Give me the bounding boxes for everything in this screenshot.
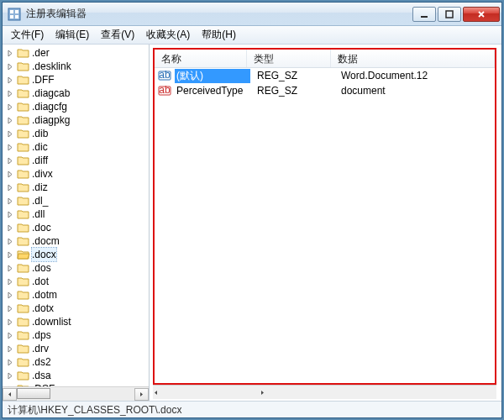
tree-item-label: .doc — [32, 221, 51, 234]
expand-icon[interactable] — [6, 116, 15, 125]
status-path: 计算机\HKEY_CLASSES_ROOT\.docx — [8, 404, 181, 416]
expand-icon[interactable] — [6, 183, 15, 192]
tree-item[interactable]: .diagcab — [6, 87, 149, 100]
menu-file[interactable]: 文件(F) — [6, 26, 49, 44]
expand-icon[interactable] — [6, 331, 15, 340]
tree-item-label: .DFF — [32, 73, 55, 87]
tree-item[interactable]: .ds2 — [6, 355, 149, 369]
expand-icon[interactable] — [6, 291, 15, 300]
expand-icon[interactable] — [6, 76, 15, 85]
col-type[interactable]: 类型 — [247, 50, 331, 67]
tree-item[interactable]: .dps — [6, 328, 149, 342]
col-data[interactable]: 数据 — [331, 50, 495, 67]
folder-icon — [17, 262, 30, 274]
tree-item[interactable]: .dic — [6, 140, 149, 154]
tree-item[interactable]: .diagcfg — [6, 100, 149, 113]
expand-icon[interactable] — [6, 210, 15, 219]
expand-icon[interactable] — [6, 89, 15, 98]
folder-icon — [17, 60, 30, 72]
expand-icon[interactable] — [6, 250, 15, 260]
col-name[interactable]: 名称 — [155, 50, 247, 67]
expand-icon[interactable] — [6, 170, 15, 179]
expand-icon[interactable] — [6, 371, 15, 381]
tree-item-label: .docx — [32, 248, 56, 261]
menubar: 文件(F) 编辑(E) 查看(V) 收藏夹(A) 帮助(H) — [3, 26, 501, 45]
scroll-thumb[interactable] — [17, 388, 50, 399]
maximize-button[interactable] — [438, 7, 461, 22]
expand-icon[interactable] — [6, 156, 15, 165]
menu-help[interactable]: 帮助(H) — [197, 26, 241, 44]
tree-hscrollbar[interactable] — [3, 386, 149, 401]
expand-icon[interactable] — [6, 102, 15, 112]
expand-icon[interactable] — [6, 304, 15, 313]
tree-item-label: .drv — [32, 342, 49, 355]
tree-item[interactable]: .diz — [6, 181, 149, 194]
tree-item-label: .der — [32, 46, 50, 60]
tree-item[interactable]: .DFF — [6, 73, 149, 87]
scroll-right-button[interactable] — [260, 386, 265, 398]
tree-item-label: .downlist — [32, 315, 71, 328]
expand-icon[interactable] — [6, 143, 15, 152]
tree-item-label: .dotx — [32, 302, 54, 315]
folder-icon — [17, 316, 30, 328]
expand-icon[interactable] — [6, 62, 15, 71]
menu-edit[interactable]: 编辑(E) — [50, 26, 94, 44]
tree-item[interactable]: .dotm — [6, 288, 149, 302]
menu-favorites[interactable]: 收藏夹(A) — [141, 26, 195, 44]
app-icon — [8, 8, 21, 21]
expand-icon[interactable] — [6, 223, 15, 233]
tree-item[interactable]: .dib — [6, 127, 149, 140]
minimize-button[interactable] — [412, 7, 436, 22]
scroll-right-button[interactable] — [134, 388, 149, 401]
list-rows[interactable]: ab(默认)REG_SZWord.Document.12abPerceivedT… — [155, 68, 495, 383]
scroll-track[interactable] — [17, 388, 134, 401]
tree-item[interactable]: .dot — [6, 275, 149, 288]
tree-item[interactable]: .dotx — [6, 302, 149, 315]
tree-item-label: .dot — [32, 275, 49, 288]
tree-item[interactable]: .divx — [6, 167, 149, 181]
folder-icon — [17, 87, 30, 99]
tree-item-label: .dps — [32, 328, 51, 342]
tree-item[interactable]: .dsa — [6, 369, 149, 382]
values-hscrollbar[interactable] — [153, 385, 496, 399]
values-pane: 名称 类型 数据 ab(默认)REG_SZWord.Document.12abP… — [150, 45, 501, 401]
tree-item[interactable]: .der — [6, 46, 149, 60]
expand-icon[interactable] — [6, 237, 15, 246]
folder-icon — [17, 343, 30, 354]
scroll-left-button[interactable] — [153, 386, 159, 398]
expand-icon[interactable] — [6, 344, 15, 354]
expand-icon[interactable] — [6, 197, 15, 206]
tree-item[interactable]: .diagpkg — [6, 113, 149, 127]
tree-item[interactable]: .dos — [6, 261, 149, 275]
folder-icon — [17, 329, 30, 341]
tree-item[interactable]: .drv — [6, 342, 149, 355]
menu-view[interactable]: 查看(V) — [96, 26, 139, 44]
value-name: PerceivedType — [175, 85, 250, 97]
value-row[interactable]: abPerceivedTypeREG_SZdocument — [155, 83, 495, 98]
tree-item-label: .diagcab — [32, 87, 70, 100]
tree-item-label: .diagpkg — [32, 113, 70, 127]
tree-item[interactable]: .dl_ — [6, 194, 149, 207]
tree-item[interactable]: .docm — [6, 234, 149, 248]
svg-text:ab: ab — [159, 84, 171, 96]
tree-item[interactable]: .dll — [6, 207, 149, 221]
expand-icon[interactable] — [6, 129, 15, 139]
folder-icon — [17, 276, 30, 287]
folder-icon — [17, 370, 30, 381]
expand-icon[interactable] — [6, 264, 15, 273]
titlebar[interactable]: 注册表编辑器 — [3, 3, 501, 26]
expand-icon[interactable] — [6, 277, 15, 286]
tree-item[interactable]: .desklink — [6, 60, 149, 73]
registry-tree[interactable]: .der.desklink.DFF.diagcab.diagcfg.diagpk… — [3, 45, 149, 386]
expand-icon[interactable] — [6, 49, 15, 58]
value-name: (默认) — [175, 69, 250, 83]
tree-item[interactable]: .diff — [6, 154, 149, 167]
tree-item[interactable]: .doc — [6, 221, 149, 234]
scroll-left-button[interactable] — [3, 388, 17, 401]
tree-item[interactable]: .docx — [6, 248, 149, 261]
expand-icon[interactable] — [6, 318, 15, 327]
expand-icon[interactable] — [6, 358, 15, 367]
value-row[interactable]: ab(默认)REG_SZWord.Document.12 — [155, 68, 495, 83]
tree-item[interactable]: .downlist — [6, 315, 149, 328]
close-button[interactable] — [463, 7, 500, 22]
